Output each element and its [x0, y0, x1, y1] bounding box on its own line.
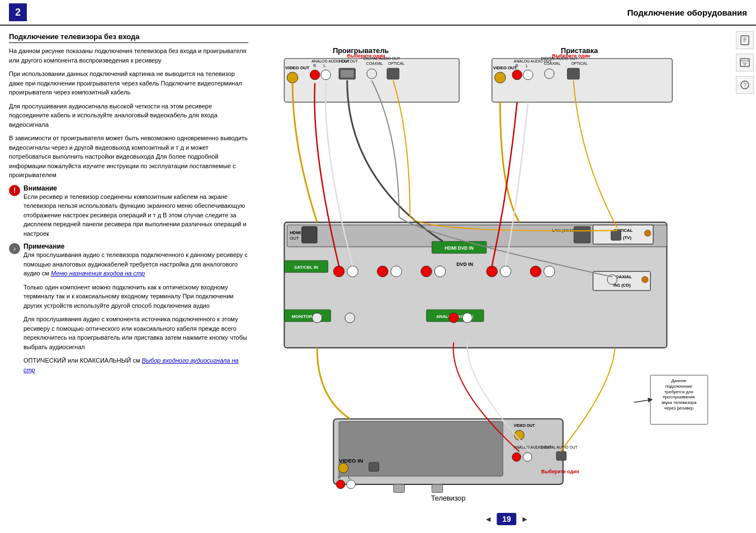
- svg-point-58: [333, 266, 344, 277]
- svg-text:через ресивер: через ресивер: [664, 406, 694, 411]
- svg-text:L: L: [526, 64, 528, 68]
- svg-rect-20: [341, 70, 353, 78]
- svg-text:подключение: подключение: [665, 384, 692, 389]
- note-para2: Только один компонент можно подключить к…: [23, 283, 248, 311]
- svg-point-69: [345, 313, 355, 323]
- svg-point-28: [495, 72, 506, 83]
- svg-point-60: [377, 266, 389, 277]
- svg-point-68: [312, 313, 322, 323]
- svg-rect-75: [339, 422, 503, 477]
- svg-point-16: [310, 70, 320, 80]
- svg-text:COAXIAL: COAXIAL: [366, 61, 383, 65]
- svg-point-33: [523, 70, 533, 80]
- note-bottom: ОПТИЧЕСКИЙ или КОАКСИАЛЬНЫЙ см Выбор вхо…: [23, 356, 248, 374]
- help-icon[interactable]: ?: [736, 76, 754, 94]
- note-icon: ♪: [9, 243, 20, 254]
- svg-text:COAXIAL: COAXIAL: [544, 61, 561, 65]
- svg-point-88: [336, 480, 345, 489]
- svg-point-67: [544, 266, 555, 277]
- book-icon[interactable]: [736, 31, 754, 49]
- warning-text: Если ресивер и телевизор соединены компо…: [23, 192, 248, 239]
- nav-icons: ?: [736, 31, 756, 94]
- note-para1: Для прослушивания аудио с телевизора под…: [23, 250, 248, 278]
- svg-text:звука телевизора: звука телевизора: [662, 400, 697, 405]
- svg-point-82: [523, 453, 532, 461]
- svg-rect-38: [568, 68, 580, 79]
- svg-point-57: [644, 230, 651, 237]
- svg-rect-4: [740, 59, 749, 66]
- svg-point-70: [449, 313, 459, 323]
- para4: В зависимости от проигрывателя может быт…: [9, 134, 248, 180]
- para1: На данном рисунке показаны подключения т…: [9, 46, 248, 65]
- svg-point-53: [642, 277, 649, 283]
- connection-diagram: Проигрыватель VIDEO OUT ANALOG AUDIO OUT…: [257, 26, 716, 506]
- left-panel: Подключение телевизора без входа На данн…: [0, 26, 257, 531]
- select-one-player: Выберите один: [347, 53, 385, 59]
- svg-text:IN1 (CD): IN1 (CD): [613, 283, 631, 288]
- svg-rect-84: [556, 451, 566, 460]
- svg-text:требуется для: требуется для: [664, 389, 693, 394]
- svg-text:L: L: [348, 475, 351, 479]
- page-footer: ◄ 19 ►: [484, 513, 528, 525]
- svg-rect-43: [302, 227, 317, 243]
- settings-icon[interactable]: [736, 54, 754, 72]
- svg-text:HDMI: HDMI: [290, 230, 301, 235]
- sat-cbl-in-label: SAT/CBL IN: [294, 265, 318, 270]
- svg-rect-90: [369, 463, 379, 472]
- svg-text:VIDEO OUT: VIDEO OUT: [285, 65, 309, 70]
- svg-text:VIDEO OUT: VIDEO OUT: [514, 423, 535, 427]
- dvd-in-label: DVD IN: [456, 261, 473, 267]
- svg-point-64: [486, 266, 498, 277]
- svg-rect-45: [574, 227, 590, 243]
- select-one-receiver: Выберите один: [552, 53, 590, 59]
- svg-point-59: [347, 266, 358, 277]
- svg-point-65: [500, 266, 511, 277]
- warning-block: ! Внимание Если ресивер и телевизор соед…: [9, 184, 248, 239]
- svg-text:DIGITAL AUDIO OUT: DIGITAL AUDIO OUT: [541, 445, 578, 449]
- svg-rect-25: [387, 68, 399, 79]
- page-section-number: 2: [9, 3, 27, 21]
- svg-rect-76: [394, 484, 405, 493]
- svg-point-17: [321, 70, 331, 80]
- next-page-button[interactable]: ►: [521, 515, 529, 524]
- page-number: 19: [497, 513, 517, 525]
- svg-text:R: R: [313, 64, 316, 68]
- svg-text:OPTICAL: OPTICAL: [388, 61, 404, 65]
- svg-point-89: [347, 480, 356, 489]
- warning-title: Внимание: [23, 184, 248, 192]
- svg-text:прослушивания: прослушивания: [663, 394, 694, 399]
- svg-text:R: R: [338, 475, 341, 479]
- para3: Для прослушивания аудиосигнала высокой ч…: [9, 102, 248, 130]
- warning-content: Внимание Если ресивер и телевизор соедин…: [23, 184, 248, 239]
- main-section-title: Подключение телевизора без входа: [9, 32, 248, 43]
- svg-rect-0: [741, 36, 749, 45]
- note-title: Примечание: [23, 242, 248, 250]
- svg-text:VIDEO OUT: VIDEO OUT: [493, 65, 517, 70]
- note-block: ♪ Примечание Для прослушивания аудио с т…: [9, 242, 248, 379]
- svg-line-98: [634, 399, 650, 402]
- svg-point-81: [512, 453, 521, 461]
- svg-point-61: [391, 266, 402, 277]
- svg-point-63: [434, 266, 446, 277]
- svg-point-24: [367, 69, 377, 79]
- svg-point-66: [530, 266, 541, 277]
- svg-text:L: L: [324, 64, 326, 68]
- right-panel: ? Проигрыватель VIDEO OUT ANALOG AUDIO O…: [257, 26, 756, 531]
- note-para3: Для прослушивания аудио с компонента ист…: [23, 315, 248, 351]
- svg-text:HDMI OUT: HDMI OUT: [339, 59, 358, 63]
- page-title: Подключение оборудования: [627, 8, 747, 17]
- tv-label: Телевизор: [431, 494, 466, 502]
- video-in-label: VIDEO IN: [339, 458, 363, 464]
- svg-point-12: [287, 72, 298, 83]
- svg-text:Данное: Данное: [672, 378, 687, 383]
- select-one-tv: Выберите один: [541, 469, 579, 474]
- svg-point-32: [512, 70, 522, 80]
- prev-page-button[interactable]: ◄: [484, 515, 492, 524]
- page-header: 2 Подключение оборудования: [0, 0, 756, 26]
- para2: При использовании данных подключений кар…: [9, 69, 248, 97]
- svg-text:OUT: OUT: [290, 236, 299, 241]
- svg-point-37: [545, 69, 555, 79]
- svg-point-71: [462, 313, 472, 323]
- warning-icon: !: [9, 185, 20, 196]
- hdmi-dvd-in-label: HDMI DVD IN: [445, 245, 474, 251]
